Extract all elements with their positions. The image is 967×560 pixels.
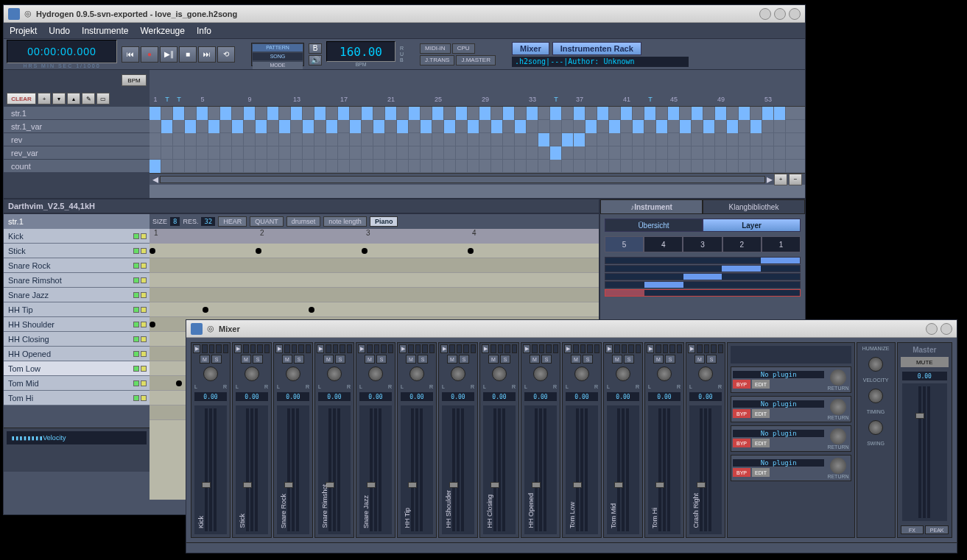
fader[interactable]: Tom Hi (648, 405, 681, 534)
pattern-row-0[interactable]: str.1 (4, 107, 150, 120)
mute-button[interactable]: M (571, 355, 581, 364)
strip-play-button[interactable]: ▶ (399, 344, 407, 353)
mute-button[interactable]: M (406, 355, 416, 364)
pattern-down-button[interactable]: ▾ (52, 93, 66, 104)
fx-edit-button[interactable]: EDIT (752, 439, 770, 447)
mute-button[interactable]: M (282, 355, 292, 364)
return-knob[interactable] (830, 369, 846, 386)
fader[interactable]: Stick (236, 405, 268, 534)
return-knob[interactable] (830, 458, 846, 474)
fx-toggle-button[interactable]: FX (901, 525, 924, 534)
mixer-scrollbar[interactable] (186, 542, 957, 553)
fx-bypass-button[interactable]: BYP (733, 439, 750, 447)
song-row-2[interactable] (150, 133, 805, 146)
stop-button[interactable]: ■ (179, 46, 197, 63)
peak-toggle-button[interactable]: PEAK (925, 525, 949, 534)
instrument-row-2[interactable]: Snare Rock (4, 258, 150, 273)
fader[interactable]: HH Shoulder (442, 405, 474, 534)
layer-cell-3[interactable]: 3 (683, 236, 722, 252)
mute-button[interactable]: M (323, 355, 334, 364)
pan-knob[interactable] (451, 366, 465, 381)
speaker-icon[interactable]: 🔊 (309, 55, 322, 65)
fader[interactable]: Snare Rock (277, 405, 309, 534)
bpm-display[interactable]: 160.00 (326, 41, 395, 62)
instrument-row-11[interactable]: Tom Hi (4, 391, 150, 405)
fx-edit-button[interactable]: EDIT (752, 380, 770, 389)
fx-name[interactable]: No plugin (733, 430, 824, 437)
fader[interactable]: Snare Jazz (359, 405, 392, 534)
drumset-select[interactable]: drumset (286, 216, 321, 227)
solo-button[interactable]: S (624, 355, 634, 364)
mute-button[interactable]: M (447, 355, 457, 364)
master-mute-button[interactable]: MUTE (901, 357, 949, 367)
strip-play-button[interactable]: ▶ (193, 344, 200, 353)
maximize-button[interactable] (774, 8, 786, 20)
pan-knob[interactable] (203, 366, 218, 381)
forward-button[interactable]: ⏭ (198, 46, 216, 63)
menu-undo[interactable]: Undo (49, 26, 70, 36)
bpm-marker-button[interactable]: BPM (122, 74, 147, 86)
strip-play-button[interactable]: ▶ (564, 344, 572, 353)
piano-row-0[interactable] (150, 244, 599, 258)
fader[interactable]: Snare Rimshot (318, 405, 351, 534)
close-button[interactable] (789, 8, 801, 20)
zoom-in-button[interactable]: + (774, 174, 787, 185)
mute-button[interactable]: M (530, 355, 540, 364)
fx-name[interactable]: No plugin (733, 459, 824, 467)
layer-cell-2[interactable]: 2 (722, 236, 762, 252)
fx-name[interactable]: No plugin (733, 400, 824, 408)
instrument-row-3[interactable]: Snare Rimshot (4, 273, 150, 288)
return-knob[interactable] (830, 399, 846, 415)
add-pattern-button[interactable]: + (38, 93, 51, 104)
solo-button[interactable]: S (211, 355, 222, 364)
mixer-minimize-button[interactable] (926, 323, 938, 335)
fx-bypass-button[interactable]: BYP (733, 409, 750, 418)
tab-library[interactable]: Klangbibliothek (703, 199, 805, 214)
mute-button[interactable]: M (653, 355, 664, 364)
instrument-row-9[interactable]: Tom Low (4, 361, 150, 376)
mute-button[interactable]: M (365, 355, 375, 364)
fader[interactable]: HH Tip (401, 405, 433, 534)
pattern-row-1[interactable]: str.1_var (4, 120, 150, 133)
quantize-button[interactable]: QUANT (250, 216, 284, 227)
fx-bypass-button[interactable]: BYP (733, 380, 750, 389)
zoom-out-button[interactable]: − (789, 174, 802, 185)
piano-row-2[interactable] (150, 273, 599, 288)
fader[interactable]: HH Opened (524, 405, 557, 534)
instrument-row-10[interactable]: Tom Mid (4, 376, 150, 391)
strip-play-button[interactable]: ▶ (234, 344, 242, 353)
layer-cell-4[interactable]: 4 (644, 236, 683, 252)
master-fader[interactable] (902, 383, 947, 521)
menu-info[interactable]: Info (197, 26, 211, 36)
pattern-row-4[interactable]: count (4, 160, 150, 173)
song-row-0[interactable] (150, 107, 805, 120)
solo-button[interactable]: S (376, 355, 387, 364)
instrument-row-5[interactable]: HH Tip (4, 302, 150, 317)
size-field[interactable]: 8 (170, 217, 180, 226)
pan-knob[interactable] (245, 366, 259, 381)
mute-button[interactable]: M (695, 355, 705, 364)
strip-play-button[interactable]: ▶ (358, 344, 365, 353)
play-button[interactable]: ▶∥ (160, 46, 177, 63)
instrument-row-8[interactable]: HH Opened (4, 347, 150, 361)
menu-projekt[interactable]: Projekt (10, 26, 37, 36)
pattern-up-button[interactable]: ▴ (67, 93, 80, 104)
pan-knob[interactable] (286, 366, 300, 381)
instrument-row-7[interactable]: HH Closing (4, 332, 150, 347)
mute-button[interactable]: M (612, 355, 622, 364)
solo-button[interactable]: S (583, 355, 593, 364)
piano-button[interactable]: Piano (370, 216, 398, 227)
fader[interactable]: Kick (194, 405, 227, 534)
timeline-ruler[interactable]: 1TT59131721252933T3741T454953 (150, 70, 805, 107)
solo-button[interactable]: S (541, 355, 552, 364)
menu-werkzeuge[interactable]: Werkzeuge (140, 26, 184, 36)
pan-knob[interactable] (368, 366, 383, 381)
song-row-4[interactable] (150, 160, 805, 173)
minimize-button[interactable] (759, 8, 771, 20)
timing-knob[interactable] (868, 389, 883, 403)
piano-row-4[interactable] (150, 302, 599, 317)
loop-button[interactable]: ⟲ (217, 46, 235, 63)
notelength-select[interactable]: note length (323, 216, 367, 227)
fx-edit-button[interactable]: EDIT (752, 409, 770, 418)
song-row-1[interactable] (150, 120, 805, 133)
